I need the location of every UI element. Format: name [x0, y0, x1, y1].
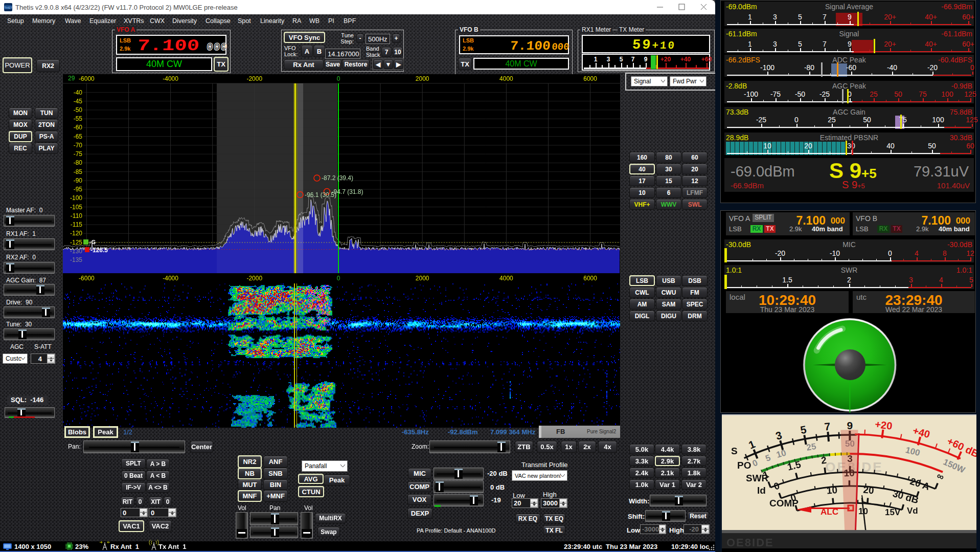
svg-text:15V: 15V: [885, 507, 901, 517]
svg-text:SWR: SWR: [746, 473, 769, 483]
svg-text:COMP: COMP: [769, 498, 799, 509]
svg-text:7: 7: [824, 421, 831, 433]
svg-text:Id: Id: [757, 485, 766, 496]
svg-text:S: S: [731, 446, 738, 456]
svg-text:9: 9: [847, 419, 853, 431]
svg-text:25: 25: [806, 441, 817, 453]
svg-text:+20: +20: [874, 418, 893, 432]
svg-text:20: 20: [863, 484, 875, 496]
svg-text:Vd: Vd: [907, 506, 918, 516]
svg-text:THET: THET: [4, 6, 12, 9]
svg-text:ALC: ALC: [821, 507, 838, 517]
svg-text:10: 10: [826, 484, 838, 496]
svg-text:PO: PO: [737, 460, 751, 471]
svg-text:OE8IDE: OE8IDE: [726, 536, 774, 549]
